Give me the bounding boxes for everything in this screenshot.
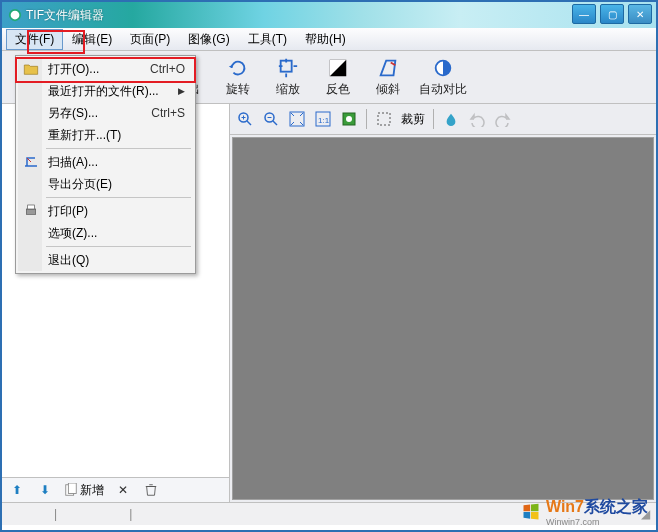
menu-edit[interactable]: 编辑(E) [63, 29, 121, 50]
titlebar: TIF文件编辑器 — ▢ ✕ [2, 2, 656, 28]
close-button[interactable]: ✕ [628, 4, 652, 24]
new-page-label: 新增 [80, 482, 104, 499]
print-icon [22, 202, 40, 220]
menu-help[interactable]: 帮助(H) [296, 29, 355, 50]
toolbar-separator [433, 109, 434, 129]
menu-separator [46, 246, 191, 247]
rotate-icon [227, 57, 249, 79]
refresh-view-icon[interactable] [340, 110, 358, 128]
actual-size-icon[interactable]: 1:1 [314, 110, 332, 128]
new-page-button[interactable]: 新增 [64, 481, 104, 499]
menu-print[interactable]: 打印(P) [18, 200, 193, 222]
file-dropdown: 打开(O)... Ctrl+O 最近打开的文件(R)... ▶ 另存(S)...… [15, 55, 196, 274]
window-title: TIF文件编辑器 [26, 7, 104, 24]
view-toolbar: 1:1 裁剪 [230, 104, 656, 135]
svg-rect-20 [378, 113, 390, 125]
menu-reopen[interactable]: 重新打开...(T) [18, 124, 193, 146]
toolbar-zoom-label: 缩放 [276, 81, 300, 98]
menu-export-pages[interactable]: 导出分页(E) [18, 173, 193, 195]
trash-icon[interactable] [142, 481, 160, 499]
menu-options[interactable]: 选项(Z)... [18, 222, 193, 244]
marquee-icon[interactable] [375, 110, 393, 128]
zoom-icon [277, 57, 299, 79]
autocontrast-icon [432, 57, 454, 79]
svg-rect-22 [28, 205, 35, 209]
windows-logo-icon [520, 502, 542, 522]
crop-label[interactable]: 裁剪 [401, 111, 425, 128]
svg-rect-21 [26, 209, 35, 214]
delete-icon[interactable]: ✕ [114, 481, 132, 499]
droplet-icon[interactable] [442, 110, 460, 128]
watermark: Win7系统之家 Winwin7.com [520, 497, 648, 526]
maximize-button[interactable]: ▢ [600, 4, 624, 24]
svg-point-0 [10, 10, 21, 21]
open-icon [22, 60, 40, 78]
menu-scan[interactable]: 扫描(A)... [18, 151, 193, 173]
move-down-icon[interactable]: ⬇ [36, 481, 54, 499]
zoom-in-icon[interactable] [236, 110, 254, 128]
app-icon [8, 8, 22, 22]
menu-exit[interactable]: 退出(Q) [18, 249, 193, 271]
zoom-out-icon[interactable] [262, 110, 280, 128]
menu-image[interactable]: 图像(G) [179, 29, 238, 50]
menu-save-as[interactable]: 另存(S)... Ctrl+S [18, 102, 193, 124]
toolbar-skew-label: 倾斜 [376, 81, 400, 98]
menu-recent[interactable]: 最近打开的文件(R)... ▶ [18, 80, 193, 102]
skew-icon [377, 57, 399, 79]
canvas[interactable] [232, 137, 654, 500]
toolbar-invert-label: 反色 [326, 81, 350, 98]
menu-file[interactable]: 文件(F) [6, 29, 63, 50]
submenu-arrow-icon: ▶ [178, 86, 185, 96]
move-up-icon[interactable]: ⬆ [8, 481, 26, 499]
toolbar-autocontrast-label: 自动对比 [419, 81, 467, 98]
toolbar-rotate-label: 旋转 [226, 81, 250, 98]
scan-icon [22, 153, 40, 171]
fit-icon[interactable] [288, 110, 306, 128]
invert-icon [327, 57, 349, 79]
editor-panel: 1:1 裁剪 [230, 104, 656, 502]
menu-separator [46, 148, 191, 149]
svg-point-19 [346, 116, 352, 122]
toolbar-autocontrast[interactable]: 自动对比 [414, 54, 472, 100]
toolbar-rotate[interactable]: 旋转 [214, 54, 262, 100]
menu-separator [46, 197, 191, 198]
menu-open[interactable]: 打开(O)... Ctrl+O [18, 58, 193, 80]
menu-page[interactable]: 页面(P) [121, 29, 179, 50]
menubar: 文件(F) 编辑(E) 页面(P) 图像(G) 工具(T) 帮助(H) [2, 28, 656, 51]
toolbar-invert[interactable]: 反色 [314, 54, 362, 100]
toolbar-separator [366, 109, 367, 129]
thumbnail-toolbar: ⬆ ⬇ 新增 ✕ [2, 477, 229, 502]
redo-icon[interactable] [494, 110, 512, 128]
toolbar-skew[interactable]: 倾斜 [364, 54, 412, 100]
svg-rect-12 [68, 483, 76, 494]
minimize-button[interactable]: — [572, 4, 596, 24]
undo-icon[interactable] [468, 110, 486, 128]
menu-tools[interactable]: 工具(T) [239, 29, 296, 50]
svg-text:1:1: 1:1 [318, 116, 330, 125]
toolbar-zoom[interactable]: 缩放 [264, 54, 312, 100]
